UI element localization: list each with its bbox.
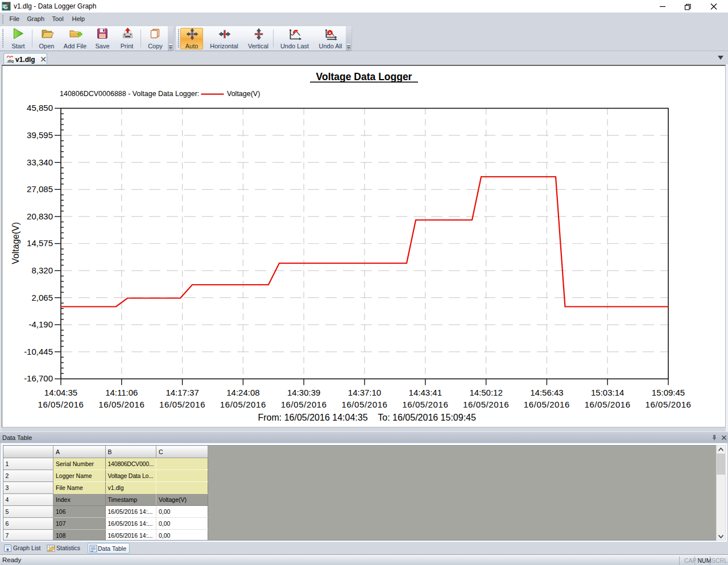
svg-text:16/05/2016: 16/05/2016	[159, 400, 205, 409]
svg-text:16/05/2016: 16/05/2016	[402, 400, 448, 409]
svg-text:14,575: 14,575	[27, 238, 53, 248]
svg-text:16/05/2016: 16/05/2016	[220, 400, 266, 409]
svg-text:16/05/2016: 16/05/2016	[524, 400, 570, 409]
svg-text:140806DCV0006888 - Voltage Dat: 140806DCV0006888 - Voltage Data Logger:	[60, 90, 199, 98]
svg-text:14:37:10: 14:37:10	[348, 388, 381, 397]
svg-text:-10,445: -10,445	[24, 347, 53, 356]
svg-text:-4,190: -4,190	[28, 319, 53, 329]
svg-text:14:30:39: 14:30:39	[287, 388, 320, 397]
svg-text:14:56:43: 14:56:43	[530, 388, 563, 397]
svg-text:14:04:35: 14:04:35	[44, 388, 77, 397]
svg-text:Voltage Data Logger: Voltage Data Logger	[316, 71, 412, 82]
svg-text:45,850: 45,850	[27, 103, 53, 113]
svg-text:-16,700: -16,700	[24, 373, 53, 383]
svg-text:16/05/2016: 16/05/2016	[463, 400, 509, 409]
svg-text:16/05/2016: 16/05/2016	[585, 400, 631, 409]
svg-text:8,320: 8,320	[31, 265, 53, 275]
svg-text:Voltage(V): Voltage(V)	[11, 222, 20, 264]
svg-text:14:50:12: 14:50:12	[469, 388, 502, 397]
svg-text:Voltage(V): Voltage(V)	[227, 90, 260, 98]
svg-text:14:24:08: 14:24:08	[226, 388, 259, 397]
svg-text:15:03:14: 15:03:14	[591, 388, 624, 397]
svg-text:14:43:41: 14:43:41	[409, 388, 442, 397]
svg-text:20,830: 20,830	[27, 211, 53, 221]
svg-text:16/05/2016: 16/05/2016	[38, 400, 84, 409]
svg-text:27,085: 27,085	[27, 184, 53, 194]
svg-text:From: 16/05/2016 14:04:35 T: From: 16/05/2016 14:04:35 To: 16/05/2016…	[258, 413, 477, 422]
svg-text:33,340: 33,340	[27, 157, 53, 167]
svg-text:15:09:45: 15:09:45	[652, 388, 685, 397]
svg-text:14:11:06: 14:11:06	[105, 388, 138, 397]
svg-text:16/05/2016: 16/05/2016	[98, 400, 144, 409]
svg-text:16/05/2016: 16/05/2016	[281, 400, 327, 409]
svg-text:16/05/2016: 16/05/2016	[341, 400, 387, 409]
svg-text:16/05/2016: 16/05/2016	[645, 400, 691, 409]
svg-text:2,065: 2,065	[31, 293, 53, 302]
svg-text:39,595: 39,595	[27, 130, 53, 140]
svg-text:14:17:37: 14:17:37	[166, 388, 198, 397]
